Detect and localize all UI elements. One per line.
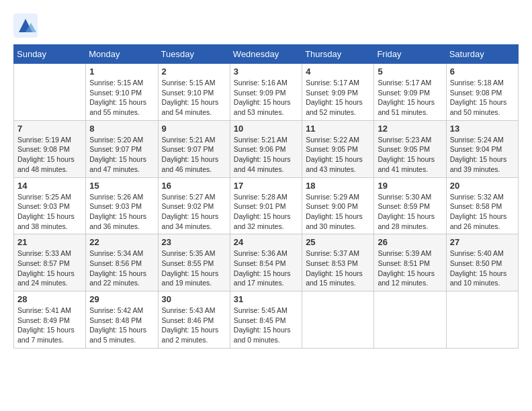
- cell-content: Sunrise: 5:36 AM Sunset: 8:54 PM Dayligh…: [234, 248, 298, 288]
- cell-content: Sunrise: 5:43 AM Sunset: 8:46 PM Dayligh…: [162, 306, 226, 345]
- day-number: 14: [17, 181, 82, 191]
- calendar-cell: 11Sunrise: 5:22 AM Sunset: 9:05 PM Dayli…: [302, 120, 374, 177]
- cell-content: Sunrise: 5:45 AM Sunset: 8:45 PM Dayligh…: [234, 306, 298, 345]
- calendar-cell: 26Sunrise: 5:39 AM Sunset: 8:51 PM Dayli…: [374, 234, 446, 291]
- cell-content: Sunrise: 5:34 AM Sunset: 8:56 PM Dayligh…: [89, 248, 154, 288]
- weekday-header-sunday: Sunday: [14, 45, 86, 64]
- cell-content: Sunrise: 5:18 AM Sunset: 9:08 PM Dayligh…: [450, 78, 515, 118]
- weekday-header-wednesday: Wednesday: [230, 45, 302, 64]
- calendar-cell: 15Sunrise: 5:26 AM Sunset: 9:03 PM Dayli…: [86, 177, 158, 234]
- calendar-cell: 24Sunrise: 5:36 AM Sunset: 8:54 PM Dayli…: [230, 234, 302, 291]
- weekday-header-friday: Friday: [374, 45, 446, 64]
- calendar-cell: 25Sunrise: 5:37 AM Sunset: 8:53 PM Dayli…: [302, 234, 374, 291]
- cell-content: Sunrise: 5:21 AM Sunset: 9:06 PM Dayligh…: [234, 135, 298, 175]
- cell-content: Sunrise: 5:19 AM Sunset: 9:08 PM Dayligh…: [17, 135, 82, 175]
- cell-content: Sunrise: 5:35 AM Sunset: 8:55 PM Dayligh…: [162, 248, 226, 288]
- calendar-cell: 4Sunrise: 5:17 AM Sunset: 9:09 PM Daylig…: [302, 64, 374, 121]
- calendar-week-2: 7Sunrise: 5:19 AM Sunset: 9:08 PM Daylig…: [14, 120, 519, 177]
- calendar-cell: 29Sunrise: 5:42 AM Sunset: 8:48 PM Dayli…: [86, 291, 158, 349]
- cell-content: Sunrise: 5:27 AM Sunset: 9:02 PM Dayligh…: [162, 192, 226, 232]
- cell-content: Sunrise: 5:32 AM Sunset: 8:58 PM Dayligh…: [450, 192, 515, 232]
- calendar-week-3: 14Sunrise: 5:25 AM Sunset: 9:03 PM Dayli…: [14, 177, 519, 234]
- calendar-cell: 13Sunrise: 5:24 AM Sunset: 9:04 PM Dayli…: [446, 120, 518, 177]
- cell-content: Sunrise: 5:29 AM Sunset: 9:00 PM Dayligh…: [306, 192, 370, 232]
- calendar-cell: 18Sunrise: 5:29 AM Sunset: 9:00 PM Dayli…: [302, 177, 374, 234]
- day-number: 10: [234, 124, 298, 134]
- calendar-cell: 7Sunrise: 5:19 AM Sunset: 9:08 PM Daylig…: [14, 120, 86, 177]
- calendar-cell: 28Sunrise: 5:41 AM Sunset: 8:49 PM Dayli…: [14, 291, 86, 349]
- calendar-cell: 17Sunrise: 5:28 AM Sunset: 9:01 PM Dayli…: [230, 177, 302, 234]
- calendar-cell: 3Sunrise: 5:16 AM Sunset: 9:09 PM Daylig…: [230, 64, 302, 121]
- day-number: 18: [306, 181, 370, 191]
- calendar-header-row: SundayMondayTuesdayWednesdayThursdayFrid…: [14, 45, 519, 64]
- cell-content: Sunrise: 5:40 AM Sunset: 8:50 PM Dayligh…: [450, 248, 515, 288]
- logo-icon: [13, 13, 38, 38]
- day-number: 29: [89, 294, 154, 304]
- day-number: 20: [450, 181, 515, 191]
- cell-content: Sunrise: 5:33 AM Sunset: 8:57 PM Dayligh…: [17, 248, 82, 288]
- calendar-cell: 8Sunrise: 5:20 AM Sunset: 9:07 PM Daylig…: [86, 120, 158, 177]
- cell-content: Sunrise: 5:41 AM Sunset: 8:49 PM Dayligh…: [17, 306, 82, 345]
- calendar-cell: 19Sunrise: 5:30 AM Sunset: 8:59 PM Dayli…: [374, 177, 446, 234]
- cell-content: Sunrise: 5:42 AM Sunset: 8:48 PM Dayligh…: [89, 306, 154, 345]
- calendar-cell: 23Sunrise: 5:35 AM Sunset: 8:55 PM Dayli…: [158, 234, 230, 291]
- calendar-cell: 27Sunrise: 5:40 AM Sunset: 8:50 PM Dayli…: [446, 234, 518, 291]
- day-number: 19: [378, 181, 442, 191]
- cell-content: Sunrise: 5:24 AM Sunset: 9:04 PM Dayligh…: [450, 135, 515, 175]
- day-number: 15: [89, 181, 154, 191]
- cell-content: Sunrise: 5:21 AM Sunset: 9:07 PM Dayligh…: [162, 135, 226, 175]
- cell-content: Sunrise: 5:23 AM Sunset: 9:05 PM Dayligh…: [378, 135, 442, 175]
- cell-content: Sunrise: 5:25 AM Sunset: 9:03 PM Dayligh…: [17, 192, 82, 232]
- calendar-week-1: 1Sunrise: 5:15 AM Sunset: 9:10 PM Daylig…: [14, 64, 519, 121]
- day-number: 7: [17, 124, 82, 134]
- calendar-cell: 1Sunrise: 5:15 AM Sunset: 9:10 PM Daylig…: [86, 64, 158, 121]
- calendar-cell: 12Sunrise: 5:23 AM Sunset: 9:05 PM Dayli…: [374, 120, 446, 177]
- calendar-cell: 9Sunrise: 5:21 AM Sunset: 9:07 PM Daylig…: [158, 120, 230, 177]
- day-number: 25: [306, 237, 370, 247]
- weekday-header-monday: Monday: [86, 45, 158, 64]
- cell-content: Sunrise: 5:15 AM Sunset: 9:10 PM Dayligh…: [162, 78, 226, 118]
- cell-content: Sunrise: 5:17 AM Sunset: 9:09 PM Dayligh…: [378, 78, 442, 118]
- day-number: 23: [162, 237, 226, 247]
- day-number: 17: [234, 181, 298, 191]
- cell-content: Sunrise: 5:26 AM Sunset: 9:03 PM Dayligh…: [89, 192, 154, 232]
- day-number: 9: [162, 124, 226, 134]
- calendar-cell: 31Sunrise: 5:45 AM Sunset: 8:45 PM Dayli…: [230, 291, 302, 349]
- cell-content: Sunrise: 5:20 AM Sunset: 9:07 PM Dayligh…: [89, 135, 154, 175]
- day-number: 24: [234, 237, 298, 247]
- calendar-table: SundayMondayTuesdayWednesdayThursdayFrid…: [13, 44, 519, 349]
- weekday-header-thursday: Thursday: [302, 45, 374, 64]
- calendar-cell: 22Sunrise: 5:34 AM Sunset: 8:56 PM Dayli…: [86, 234, 158, 291]
- day-number: 26: [378, 237, 442, 247]
- calendar-cell: 20Sunrise: 5:32 AM Sunset: 8:58 PM Dayli…: [446, 177, 518, 234]
- day-number: 27: [450, 237, 515, 247]
- day-number: 4: [306, 66, 370, 77]
- cell-content: Sunrise: 5:15 AM Sunset: 9:10 PM Dayligh…: [89, 78, 154, 118]
- calendar-cell: 10Sunrise: 5:21 AM Sunset: 9:06 PM Dayli…: [230, 120, 302, 177]
- cell-content: Sunrise: 5:37 AM Sunset: 8:53 PM Dayligh…: [306, 248, 370, 288]
- calendar-week-5: 28Sunrise: 5:41 AM Sunset: 8:49 PM Dayli…: [14, 291, 519, 349]
- day-number: 22: [89, 237, 154, 247]
- calendar-week-4: 21Sunrise: 5:33 AM Sunset: 8:57 PM Dayli…: [14, 234, 519, 291]
- calendar-cell: [14, 64, 86, 121]
- day-number: 30: [162, 294, 226, 304]
- day-number: 12: [378, 124, 442, 134]
- calendar-cell: 16Sunrise: 5:27 AM Sunset: 9:02 PM Dayli…: [158, 177, 230, 234]
- page-header: [13, 13, 519, 38]
- calendar-cell: [302, 291, 374, 349]
- calendar-cell: 2Sunrise: 5:15 AM Sunset: 9:10 PM Daylig…: [158, 64, 230, 121]
- cell-content: Sunrise: 5:28 AM Sunset: 9:01 PM Dayligh…: [234, 192, 298, 232]
- calendar-cell: [446, 291, 518, 349]
- day-number: 1: [89, 66, 154, 77]
- day-number: 3: [234, 66, 298, 77]
- calendar-cell: 30Sunrise: 5:43 AM Sunset: 8:46 PM Dayli…: [158, 291, 230, 349]
- logo: [13, 13, 42, 38]
- day-number: 21: [17, 237, 82, 247]
- day-number: 16: [162, 181, 226, 191]
- day-number: 2: [162, 66, 226, 77]
- cell-content: Sunrise: 5:17 AM Sunset: 9:09 PM Dayligh…: [306, 78, 370, 118]
- day-number: 8: [89, 124, 154, 134]
- cell-content: Sunrise: 5:30 AM Sunset: 8:59 PM Dayligh…: [378, 192, 442, 232]
- calendar-cell: [374, 291, 446, 349]
- day-number: 28: [17, 294, 82, 304]
